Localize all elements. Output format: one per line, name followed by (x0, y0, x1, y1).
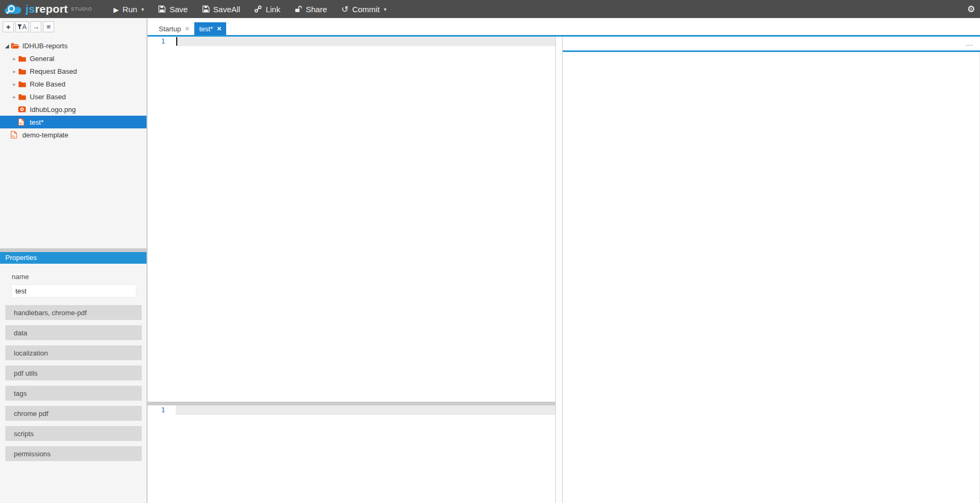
caret-collapsed-icon[interactable]: ▸ (11, 81, 18, 87)
editor-preview-split: 1 1 (148, 37, 980, 503)
tree-item-general[interactable]: ▸General (0, 52, 147, 65)
folder-open-icon (11, 42, 21, 49)
current-line-highlight (176, 405, 555, 415)
tab-test[interactable]: test*✕ (194, 22, 226, 35)
properties-section-pdf-utils[interactable]: pdf utils (5, 366, 142, 380)
editor-column: 1 1 (148, 37, 555, 503)
menu-button[interactable]: ≡ (43, 21, 54, 32)
section-label: handlebars, chrome-pdf (14, 309, 87, 317)
current-line-highlight (176, 37, 555, 46)
run-label: Run (123, 5, 137, 14)
caret-collapsed-icon[interactable]: ▸ (11, 94, 18, 100)
section-label: pdf utils (14, 369, 38, 377)
tab-startup[interactable]: Startup✕ (154, 22, 194, 35)
undo-icon: ↺ (341, 5, 348, 14)
tree-item-label: IdhubLogo.png (30, 106, 76, 114)
preview-vertical-splitter[interactable] (555, 37, 563, 503)
text-cursor (176, 37, 177, 46)
properties-sections: handlebars, chrome-pdfdatalocalizationpd… (0, 305, 147, 461)
folder-icon (18, 68, 29, 75)
tree-item-test[interactable]: test* (0, 116, 147, 128)
file-icon (18, 118, 29, 126)
tree-item-label: General (30, 55, 54, 63)
close-tab-icon[interactable]: ✕ (185, 25, 190, 32)
name-input[interactable] (11, 284, 136, 298)
section-label: tags (14, 389, 27, 397)
close-tab-icon[interactable]: ✕ (217, 25, 221, 32)
play-icon: ▶ (114, 5, 119, 14)
filter-button[interactable]: A (15, 21, 29, 32)
save-button[interactable]: Save (158, 5, 187, 14)
tree-item-request-based[interactable]: ▸Request Based (0, 65, 147, 77)
section-label: localization (14, 349, 48, 357)
tree-item-role-based[interactable]: ▸Role Based (0, 77, 147, 90)
tree-item-label: IDHUB-reports (22, 42, 67, 50)
tree-item-idhub-reports[interactable]: ◢IDHUB-reports (0, 39, 147, 52)
code-area[interactable] (176, 405, 555, 503)
editor-horizontal-splitter[interactable] (148, 402, 555, 405)
caret-down-icon: ▾ (384, 6, 386, 12)
properties-section-data[interactable]: data (5, 325, 142, 340)
tree-item-label: demo-template (22, 131, 68, 139)
gear-icon[interactable]: ⚙ (967, 5, 975, 14)
properties-section-handlebars-chrome-pdf[interactable]: handlebars, chrome-pdf (5, 305, 142, 320)
tree-item-label: User Based (30, 93, 66, 101)
run-button[interactable]: ▶Run▾ (114, 5, 144, 14)
unlock-icon (295, 5, 302, 13)
tree-item-label: Role Based (30, 80, 65, 88)
new-entity-button[interactable]: + (3, 21, 14, 32)
section-label: permissions (14, 450, 50, 458)
folder-icon (18, 55, 29, 62)
brand-subtitle: STUDIO (71, 6, 92, 12)
share-button[interactable]: Share (295, 5, 327, 14)
code-area[interactable] (176, 37, 555, 402)
entity-tree-toolbar: +A→≡ (0, 18, 147, 34)
caret-expanded-icon[interactable]: ◢ (3, 43, 11, 49)
folder-icon (18, 93, 29, 100)
line-number-gutter: 1 (148, 37, 176, 402)
caret-collapsed-icon[interactable]: ▸ (11, 68, 18, 74)
collapse-button[interactable]: → (30, 21, 41, 32)
save-label: Save (169, 5, 187, 14)
entity-tree-pane: +A→≡ ◢IDHUB-reports▸General▸Request Base… (0, 18, 147, 248)
section-label: data (14, 329, 27, 337)
top-nav: ▶Run▾SaveSaveAllLinkShare↺Commit▾ (114, 5, 401, 14)
tree-item-user-based[interactable]: ▸User Based (0, 90, 147, 103)
properties-splitter[interactable] (0, 248, 147, 252)
sidebar: +A→≡ ◢IDHUB-reports▸General▸Request Base… (0, 18, 148, 503)
image-icon (18, 106, 29, 113)
properties-section-scripts[interactable]: scripts (5, 426, 142, 441)
tree-item-demo-template[interactable]: demo-template (0, 128, 147, 141)
properties-body: name handlebars, chrome-pdfdatalocalizat… (0, 264, 147, 466)
secondary-code-editor[interactable]: 1 (148, 405, 555, 503)
brand-title: jsreport (25, 3, 68, 15)
jsreport-logo: jsreport STUDIO (0, 2, 92, 16)
commit-button[interactable]: ↺Commit▾ (341, 5, 386, 14)
template-code-editor[interactable]: 1 (148, 37, 555, 402)
saveall-button[interactable]: SaveAll (202, 5, 240, 14)
tree-item-idhublogo-png[interactable]: IdhubLogo.png (0, 103, 147, 116)
tab-bar: Startup✕test*✕ (148, 18, 980, 37)
caret-collapsed-icon[interactable]: ▸ (11, 56, 18, 62)
preview-pane: ... (563, 37, 980, 503)
properties-section-localization[interactable]: localization (5, 345, 142, 360)
arrow-right-icon: → (32, 23, 39, 31)
entity-tree: ◢IDHUB-reports▸General▸Request Based▸Rol… (0, 39, 147, 141)
properties-section-chrome-pdf[interactable]: chrome pdf (5, 406, 142, 421)
properties-section-tags[interactable]: tags (5, 386, 142, 401)
top-toolbar: jsreport STUDIO ▶Run▾SaveSaveAllLinkShar… (0, 0, 980, 18)
line-number-gutter: 1 (148, 405, 176, 503)
file-icon (11, 131, 21, 138)
plus-icon: + (6, 23, 10, 31)
properties-panel: Properties name handlebars, chrome-pdfda… (0, 252, 147, 503)
tab-label: test* (199, 25, 213, 33)
folder-icon (18, 81, 29, 88)
main-content: +A→≡ ◢IDHUB-reports▸General▸Request Base… (0, 18, 980, 503)
name-label: name (12, 273, 147, 281)
filter-name-icon: A (18, 23, 27, 31)
properties-section-permissions[interactable]: permissions (5, 446, 142, 461)
section-label: scripts (14, 430, 34, 438)
link-button[interactable]: Link (254, 5, 280, 14)
preview-menu-button[interactable]: ... (966, 41, 973, 46)
saveall-label: SaveAll (213, 5, 240, 14)
